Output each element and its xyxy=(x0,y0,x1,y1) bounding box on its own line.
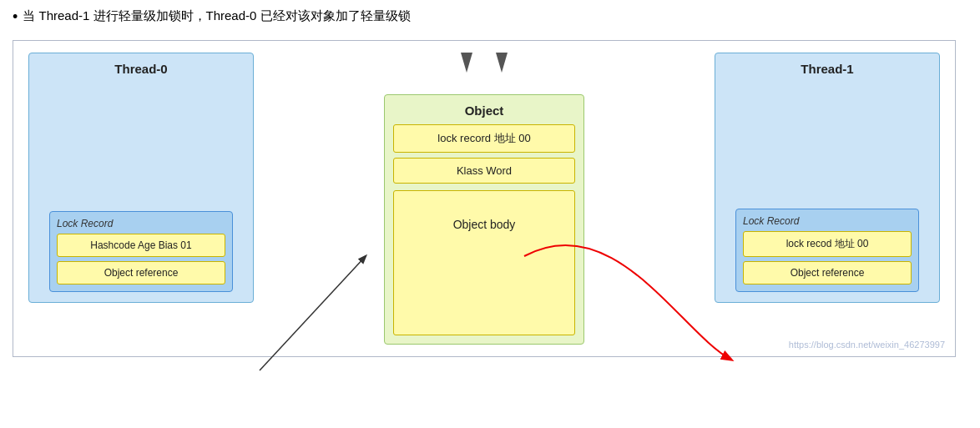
diagram-inner: Thread-0 Lock Record Hashcode Age Bias 0… xyxy=(28,53,940,345)
thread1-title: Thread-1 xyxy=(801,62,853,76)
down-arrows xyxy=(461,53,508,73)
header-text: • 当 Thread-1 进行轻量级加锁时，Thread-0 已经对该对象加了轻… xyxy=(13,8,967,27)
object-cell-0: lock record 地址 00 xyxy=(393,124,575,153)
object-box: Object lock record 地址 00 Klass Word Obje… xyxy=(384,94,584,345)
thread0-title: Thread-0 xyxy=(114,62,167,76)
svg-marker-1 xyxy=(496,53,508,73)
bullet: • xyxy=(13,8,18,27)
svg-marker-0 xyxy=(461,53,472,73)
thread1-lock-record: Lock Record lock recod 地址 00 Object refe… xyxy=(735,209,919,292)
header-description: 当 Thread-1 进行轻量级加锁时，Thread-0 已经对该对象加了轻量级… xyxy=(23,8,410,24)
thread1-lr-cell-1: Object reference xyxy=(743,261,912,284)
thread0-lock-record: Lock Record Hashcode Age Bias 01 Object … xyxy=(49,211,233,292)
thread1-lr-cell-0: lock recod 地址 00 xyxy=(743,231,912,257)
thread1-box: Thread-1 Lock Record lock recod 地址 00 Ob… xyxy=(715,53,940,303)
diagram-area: Thread-0 Lock Record Hashcode Age Bias 0… xyxy=(13,40,956,357)
down-arrow-left xyxy=(461,53,472,73)
page-container: • 当 Thread-1 进行轻量级加锁时，Thread-0 已经对该对象加了轻… xyxy=(0,0,980,428)
thread1-lr-label: Lock Record xyxy=(743,215,912,227)
thread0-lr-label: Lock Record xyxy=(57,218,225,229)
diagram-wrapper: Thread-0 Lock Record Hashcode Age Bias 0… xyxy=(13,40,967,357)
down-arrow-right xyxy=(496,53,508,73)
watermark: https://blog.csdn.net/weixin_46273997 xyxy=(789,340,945,350)
thread0-box: Thread-0 Lock Record Hashcode Age Bias 0… xyxy=(28,53,254,303)
object-title: Object xyxy=(465,103,504,118)
thread0-lr-cell-1: Object reference xyxy=(57,261,225,284)
object-cell-1: Klass Word xyxy=(393,158,575,184)
thread0-lr-cell-0: Hashcode Age Bias 01 xyxy=(57,234,225,257)
object-body: Object body xyxy=(393,190,575,335)
